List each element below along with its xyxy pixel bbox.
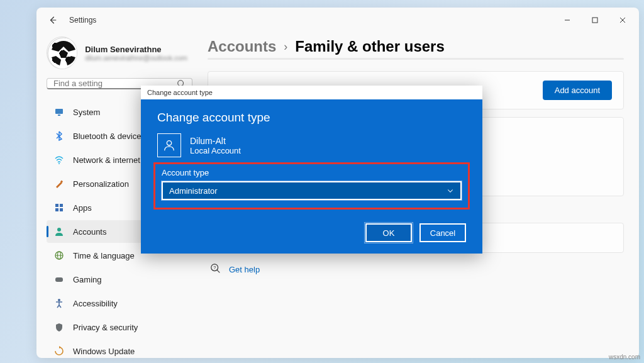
wifi-icon xyxy=(54,155,64,165)
user-block[interactable]: Dilum Senevirathne dilum.senevirathne@ou… xyxy=(47,33,192,78)
svg-rect-13 xyxy=(60,204,63,207)
svg-rect-9 xyxy=(58,114,60,116)
user-email: dilum.senevirathne@outlook.com xyxy=(85,54,187,62)
dialog-account-name: Dilum-Alt xyxy=(190,136,241,146)
globe-icon xyxy=(54,250,64,260)
page-title: Family & other users xyxy=(295,38,444,55)
change-account-type-dialog: Change account type Change account type … xyxy=(141,86,482,254)
maximize-button[interactable] xyxy=(581,10,609,30)
svg-rect-20 xyxy=(55,277,63,282)
person-icon xyxy=(54,226,64,237)
sidebar-item-label: Apps xyxy=(73,203,92,213)
svg-point-10 xyxy=(58,163,60,164)
person-icon xyxy=(157,133,181,157)
accessibility-icon xyxy=(54,298,64,308)
sidebar-item-gaming[interactable]: Gaming xyxy=(47,268,192,291)
svg-point-25 xyxy=(167,141,171,145)
svg-point-6 xyxy=(178,80,184,86)
sidebar-item-label: Bluetooth & devices xyxy=(73,131,145,141)
chevron-down-icon xyxy=(447,187,454,194)
shield-icon xyxy=(54,322,64,332)
back-button[interactable] xyxy=(47,14,59,26)
breadcrumb: Accounts › Family & other users xyxy=(208,38,624,55)
app-title: Settings xyxy=(69,16,96,25)
add-account-button[interactable]: Add account xyxy=(543,81,612,100)
svg-line-24 xyxy=(217,270,220,273)
account-type-dropdown[interactable]: Administrator xyxy=(162,181,462,200)
svg-rect-12 xyxy=(55,204,58,207)
sidebar-item-label: Personalization xyxy=(73,179,129,189)
dialog-titlebar: Change account type xyxy=(141,86,482,99)
svg-rect-15 xyxy=(60,208,63,211)
get-help-link[interactable]: ? Get help xyxy=(208,263,624,276)
dialog-heading: Change account type xyxy=(157,111,466,125)
sidebar-item-accessibility[interactable]: Accessibility xyxy=(47,292,192,315)
svg-text:?: ? xyxy=(213,265,216,271)
ok-button[interactable]: OK xyxy=(365,223,412,242)
dropdown-value: Administrator xyxy=(169,186,218,196)
dialog-account-row: Dilum-Alt Local Account xyxy=(157,133,466,157)
divider xyxy=(208,58,624,60)
account-type-label: Account type xyxy=(162,168,462,177)
sidebar-item-windows-update[interactable]: Windows Update xyxy=(47,340,192,358)
sidebar-item-label: Windows Update xyxy=(73,347,135,356)
help-icon: ? xyxy=(210,263,221,276)
apps-icon xyxy=(54,203,64,213)
sidebar-item-label: Accounts xyxy=(73,227,106,237)
watermark: wsxdn.com xyxy=(609,354,640,360)
titlebar: Settings xyxy=(36,8,639,33)
breadcrumb-root[interactable]: Accounts xyxy=(208,38,276,55)
bluetooth-icon xyxy=(54,131,64,141)
svg-point-16 xyxy=(57,228,61,232)
svg-rect-14 xyxy=(55,208,58,211)
cancel-button[interactable]: Cancel xyxy=(419,223,466,242)
highlight-annotation: Account type Administrator xyxy=(153,162,470,209)
avatar xyxy=(47,36,77,69)
get-help-label: Get help xyxy=(229,265,260,274)
monitor-icon xyxy=(54,107,64,117)
svg-rect-1 xyxy=(592,18,597,23)
sidebar-item-label: Privacy & security xyxy=(73,323,138,332)
svg-rect-8 xyxy=(55,109,63,114)
svg-point-21 xyxy=(58,299,60,301)
chevron-right-icon: › xyxy=(284,40,287,53)
gamepad-icon xyxy=(54,274,64,284)
update-icon xyxy=(54,346,64,356)
brush-icon xyxy=(54,179,64,189)
user-name: Dilum Senevirathne xyxy=(85,45,187,54)
minimize-button[interactable] xyxy=(553,10,581,30)
sidebar-item-label: Time & language xyxy=(73,251,135,260)
svg-marker-5 xyxy=(59,50,68,58)
close-button[interactable] xyxy=(609,10,636,30)
dialog-account-kind: Local Account xyxy=(190,146,241,155)
sidebar-item-label: Gaming xyxy=(73,275,102,284)
sidebar-item-label: System xyxy=(73,108,100,117)
sidebar-item-privacy-security[interactable]: Privacy & security xyxy=(47,316,192,338)
svg-point-4 xyxy=(48,38,77,69)
sidebar-item-label: Network & internet xyxy=(73,155,140,165)
sidebar-item-label: Accessibility xyxy=(73,299,118,308)
